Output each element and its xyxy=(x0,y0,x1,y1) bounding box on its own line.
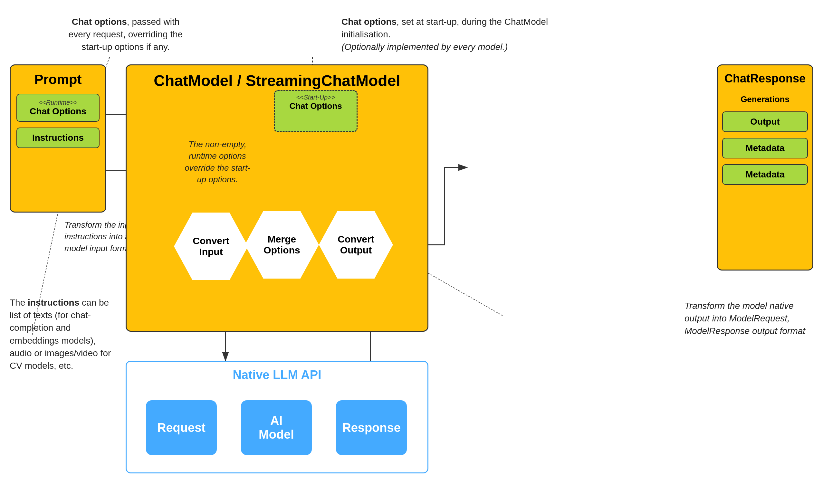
chatmodel-italic-text: The non-empty, runtime options override … xyxy=(180,139,255,185)
request-box: Request xyxy=(146,400,217,455)
chatresponse-box: ChatResponse Generations Output Metadata… xyxy=(717,64,813,271)
annotation-bottom-left: The instructions can be list of texts (f… xyxy=(10,296,119,372)
chat-options-box: <<Runtime>> Chat Options xyxy=(16,94,100,122)
request-label: Request xyxy=(157,421,205,435)
output-box: Output xyxy=(722,112,808,132)
prompt-title: Prompt xyxy=(16,72,100,87)
native-title: Native LLM API xyxy=(133,368,421,382)
metadata1-box: Metadata xyxy=(722,138,808,158)
instructions-label: Instructions xyxy=(32,133,84,143)
startup-label1: <<Start-Up>> xyxy=(277,94,354,101)
native-llm-box: Native LLM API Request AI Model Response xyxy=(126,361,429,473)
metadata2-box: Metadata xyxy=(722,164,808,185)
annotation-bottom-right: Transform the model native output into M… xyxy=(684,300,807,337)
annotation-top-left: Chat options, passed with every request,… xyxy=(64,15,187,53)
convert-input-hex: Convert Input xyxy=(174,212,248,280)
chatresponse-title: ChatResponse xyxy=(722,72,808,86)
merge-options-hex: Merge Options xyxy=(245,211,319,279)
ai-model-box: AI Model xyxy=(241,400,312,455)
diagram-container: Chat options, passed with every request,… xyxy=(0,0,823,504)
generations-label: Generations xyxy=(722,91,808,108)
svg-marker-14 xyxy=(234,427,241,432)
response-box: Response xyxy=(336,400,407,455)
svg-marker-16 xyxy=(330,427,336,432)
metadata1-label: Metadata xyxy=(746,143,784,153)
output-label: Output xyxy=(750,117,780,127)
startup-label2: Chat Options xyxy=(277,101,354,111)
response-label: Response xyxy=(342,421,401,435)
instructions-box: Instructions xyxy=(16,128,100,148)
annotation-top-right: Chat options, set at start-up, during th… xyxy=(341,15,560,53)
prompt-box: Prompt <<Runtime>> Chat Options Instruct… xyxy=(10,64,106,212)
ai-model-label: AI Model xyxy=(259,414,294,442)
metadata2-label: Metadata xyxy=(746,169,784,179)
chatmodel-title: ChatModel / StreamingChatModel xyxy=(133,72,421,90)
startup-box: <<Start-Up>> Chat Options xyxy=(274,90,357,132)
convert-output-label: Convert Output xyxy=(338,234,374,256)
runtime-label: <<Runtime>> xyxy=(20,99,96,106)
convert-output-hex: Convert Output xyxy=(319,211,393,279)
convert-input-label: Convert Input xyxy=(193,235,229,257)
ai-to-response-arrow xyxy=(312,425,338,434)
chat-options-label: Chat Options xyxy=(30,106,86,116)
request-to-ai-arrow xyxy=(217,425,242,434)
merge-options-label: Merge Options xyxy=(264,234,300,256)
